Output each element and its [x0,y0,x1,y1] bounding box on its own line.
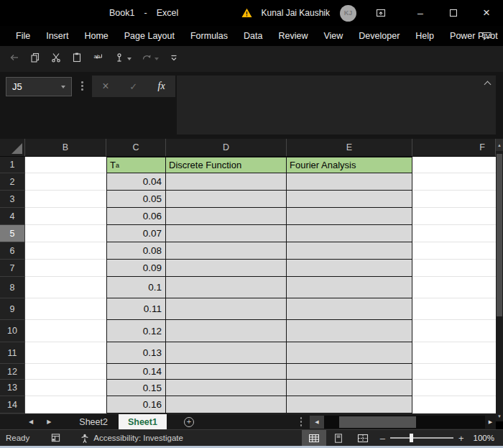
cell-c7[interactable]: 0.09 [106,260,166,277]
user-name[interactable]: Kunal Jai Kaushik [262,8,330,18]
cell-b10[interactable] [25,320,106,342]
cell-d5[interactable] [166,225,287,242]
minimize-button[interactable]: – [404,0,437,26]
page-break-preview-button[interactable] [351,430,375,446]
cell-c14[interactable]: 0.16 [106,396,166,413]
cell-d9[interactable] [166,298,287,320]
menu-item-file[interactable]: File [8,31,38,41]
back-icon[interactable] [9,52,20,66]
formula-bar-input[interactable] [177,76,496,134]
cell-f11[interactable] [412,342,496,364]
cell-f3[interactable] [412,191,496,208]
column-header-f[interactable]: F [412,139,496,156]
cell-c13[interactable]: 0.15 [106,380,166,396]
previous-sheet-icon[interactable]: ◀ [29,419,33,425]
cancel-icon[interactable]: × [102,80,109,93]
cell-e11[interactable] [287,342,412,364]
cell-e8[interactable] [287,277,412,298]
row-header-11[interactable]: 11 [0,342,25,364]
cell-d2[interactable] [166,173,287,191]
cell-f4[interactable] [412,208,496,225]
cell-f14[interactable] [412,396,496,413]
cell-c5[interactable]: 0.07 [106,225,166,242]
cell-f2[interactable] [412,173,496,191]
avatar[interactable]: KJ [340,5,356,22]
accessibility-status[interactable]: Accessibility: Investigate [79,433,183,444]
row-header-12[interactable]: 12 [0,364,25,380]
cell-b14[interactable] [25,396,106,413]
cell-e14[interactable] [287,396,412,413]
sheet-tab-sheet1[interactable]: Sheet1 [119,414,167,429]
column-header-e[interactable]: E [287,139,412,156]
cell-d12[interactable] [166,364,287,380]
menu-item-page-layout[interactable]: Page Layout [116,31,183,41]
column-header-c[interactable]: C [106,139,166,156]
cell-f13[interactable] [412,380,496,396]
customize-qat-icon[interactable] [168,52,180,66]
menu-item-data[interactable]: Data [236,31,270,41]
cell-d14[interactable] [166,396,287,413]
h-scroll-right-icon[interactable]: ▶ [485,416,496,429]
enter-icon[interactable]: ✓ [129,81,137,92]
row-header-8[interactable]: 8 [0,277,25,298]
row-header-6[interactable]: 6 [0,242,25,260]
cell-d6[interactable] [166,242,287,260]
touch-mode-icon[interactable] [114,52,125,66]
cell-d7[interactable] [166,260,287,277]
cell-d1-header[interactable]: Discrete Function [166,157,287,173]
cell-c1-header[interactable]: Ta [106,157,166,173]
sheet-tab-sheet2[interactable]: Sheet2 [70,414,117,429]
row-header-1[interactable]: 1 [0,157,25,173]
cell-c11[interactable]: 0.13 [106,342,166,364]
cell-b8[interactable] [25,277,106,298]
cell-e10[interactable] [287,320,412,342]
row-header-10[interactable]: 10 [0,320,25,342]
cell-f9[interactable] [412,298,496,320]
cell-e6[interactable] [287,242,412,260]
menu-item-help[interactable]: Help [407,31,442,41]
name-box[interactable]: J5 [6,77,72,96]
cell-f10[interactable] [412,320,496,342]
cell-e4[interactable] [287,208,412,225]
menu-item-power-pivot[interactable]: Power Pivot [442,31,503,41]
cell-c4[interactable]: 0.06 [106,208,166,225]
row-header-2[interactable]: 2 [0,173,25,191]
touch-mode-dropdown-icon[interactable] [127,58,131,60]
close-button[interactable]: × [470,0,503,26]
row-header-4[interactable]: 4 [0,208,25,225]
horizontal-scrollbar[interactable] [324,416,485,429]
redo-dropdown-icon[interactable] [154,58,159,60]
cell-e2[interactable] [287,173,412,191]
menu-item-home[interactable]: Home [76,31,116,41]
cell-b6[interactable] [25,242,106,260]
redo-icon[interactable] [141,52,152,66]
menu-item-view[interactable]: View [315,31,351,41]
normal-view-button[interactable] [302,430,326,446]
cell-e1-header[interactable]: Fourier Analysis [287,157,412,173]
maximize-button[interactable] [437,0,470,26]
cell-c10[interactable]: 0.12 [106,320,166,342]
cell-f8[interactable] [412,277,496,298]
row-header-3[interactable]: 3 [0,191,25,208]
h-scroll-left-icon[interactable]: ◀ [310,416,324,429]
menu-item-review[interactable]: Review [270,31,315,41]
cell-b12[interactable] [25,364,106,380]
insert-function-icon[interactable]: fx [158,81,165,92]
copy-icon[interactable] [29,52,41,66]
cell-d13[interactable] [166,380,287,396]
cell-d3[interactable] [166,191,287,208]
cell-b13[interactable] [25,380,106,396]
cell-e3[interactable] [287,191,412,208]
cell-e13[interactable] [287,380,412,396]
cell-f7[interactable] [412,260,496,277]
cell-d4[interactable] [166,208,287,225]
cell-c2[interactable]: 0.04 [106,173,166,191]
row-header-9[interactable]: 9 [0,298,25,320]
cell-f1[interactable] [412,157,496,173]
cell-c8[interactable]: 0.1 [106,277,166,298]
cell-b4[interactable] [25,208,106,225]
row-header-7[interactable]: 7 [0,260,25,277]
cell-e5[interactable] [287,225,412,242]
scroll-up-icon[interactable]: ▲ [496,139,503,151]
menu-item-formulas[interactable]: Formulas [183,31,236,41]
